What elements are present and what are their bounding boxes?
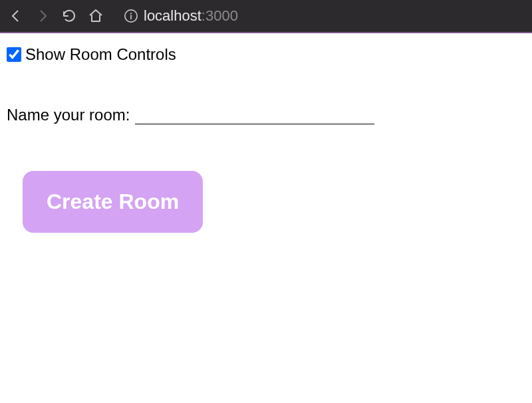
back-icon[interactable] [7,7,25,25]
show-room-controls-checkbox[interactable] [7,47,21,62]
url-port: :3000 [201,7,238,24]
show-room-controls-label: Show Room Controls [25,45,176,64]
browser-toolbar: localhost:3000 [0,0,532,33]
info-icon[interactable] [124,9,138,23]
home-icon[interactable] [86,7,105,25]
room-name-label: Name your room: [7,106,130,124]
reload-icon[interactable] [60,7,78,25]
address-bar[interactable]: localhost:3000 [118,4,525,28]
forward-icon[interactable] [33,7,52,25]
page-content: Show Room Controls Name your room: Creat… [0,33,532,245]
show-room-controls-row: Show Room Controls [7,45,525,64]
room-name-input[interactable] [135,104,374,124]
room-name-row: Name your room: [7,104,525,124]
url-text: localhost:3000 [144,7,238,25]
url-host: localhost [144,7,201,24]
create-room-button[interactable]: Create Room [23,171,203,233]
